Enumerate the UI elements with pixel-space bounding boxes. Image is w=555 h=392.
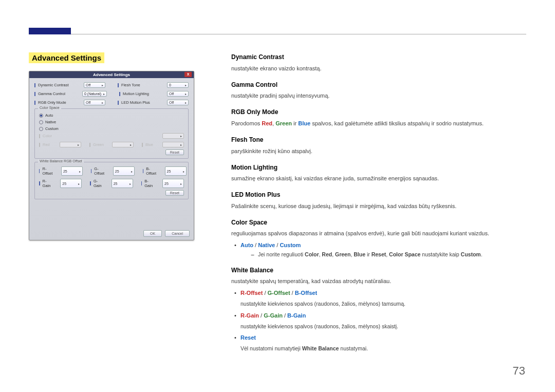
dynamic-contrast-label: Dynamic Contrast — [38, 83, 69, 87]
g-gain-label: G-Gain — [94, 179, 103, 188]
heading-color-space: Color Space — [231, 218, 525, 228]
rgb-only-mode-dropdown[interactable]: Off▸ — [84, 100, 105, 105]
color-dropdown: ▸ — [162, 133, 184, 139]
heading-flesh-tone: Flesh Tone — [231, 135, 525, 145]
dynamic-contrast-dropdown[interactable]: Off▸ — [84, 82, 105, 88]
b-offset-dropdown[interactable]: 25▸ — [165, 166, 187, 176]
desc-dynamic-contrast: nustatykite ekrano vaizdo kontrastą. — [231, 64, 525, 73]
rgb-only-mode-label: RGB Only Mode — [38, 100, 66, 105]
led-motion-plus-label: LED Motion Plus — [121, 100, 150, 105]
red-label: Red — [43, 142, 50, 147]
wb-gain-options: R-Gain / G-Gain / B-Gain — [231, 311, 525, 320]
r-offset-label: R-Offset — [42, 166, 52, 176]
blue-label: Blue — [145, 142, 153, 147]
gamma-control-dropdown[interactable]: 0 (Natural)▸ — [82, 91, 107, 97]
section-title: Advanced Settings — [29, 52, 104, 63]
heading-white-balance: White Balance — [231, 266, 525, 275]
blue-dropdown: ▸ — [162, 142, 184, 147]
heading-rgb-only: RGB Only Mode — [231, 107, 525, 117]
color-space-reset-button[interactable]: Reset — [165, 150, 184, 155]
color-space-custom-note: Jei norite reguliuoti Color, Red, Green,… — [240, 250, 525, 258]
flesh-tone-label: Flesh Tone — [121, 83, 140, 87]
wb-offset-options: R-Offset / G-Offset / B-Offset — [231, 289, 525, 297]
desc-motion-lighting: sumažinę ekrano skaistį, kai vaizdas ekr… — [231, 174, 525, 183]
b-gain-label: B-Gain — [144, 179, 154, 188]
green-dropdown: ▸ — [112, 142, 134, 147]
dialog-title: Advanced Settings X — [29, 71, 194, 78]
led-motion-plus-dropdown[interactable]: Off▸ — [167, 100, 189, 105]
wb-reset-desc: Vėl nustatomi numatytieji White Balance … — [240, 344, 525, 352]
content-column: Dynamic Contrast nustatykite ekrano vaiz… — [231, 51, 525, 356]
b-offset-label: B-Offset — [146, 166, 156, 176]
desc-led-motion-plus: Pašalinkite scenų, kuriose daug judesių,… — [231, 202, 525, 211]
desc-flesh-tone: paryškinkite rožinį kūno atspalvį. — [231, 147, 525, 156]
motion-lighting-dropdown[interactable]: Off▸ — [167, 91, 189, 97]
g-offset-label: G-Offset — [94, 166, 104, 176]
g-gain-dropdown[interactable]: 25▸ — [112, 179, 133, 188]
wb-reset-option: Reset — [231, 333, 525, 342]
desc-color-space: reguliuojamas spalvos diapazonas ir atma… — [231, 229, 525, 238]
heading-led-motion-plus: LED Motion Plus — [231, 190, 525, 200]
b-gain-dropdown[interactable]: 25▸ — [162, 179, 184, 188]
wb-offset-desc: nustatykite kiekvienos spalvos (raudonos… — [240, 300, 525, 308]
radio-custom[interactable]: Custom — [39, 126, 184, 131]
desc-white-balance: nustatykite spalvų temperatūrą, kad vaiz… — [231, 277, 525, 286]
dialog-title-text: Advanced Settings — [93, 72, 130, 77]
desc-gamma: nustatykite pradinį spalvų intensyvumą. — [231, 91, 525, 100]
color-space-legend: Color Space — [38, 106, 61, 109]
ok-button[interactable]: OK — [143, 230, 162, 237]
color-label: Color — [43, 134, 52, 138]
red-dropdown: ▸ — [60, 142, 81, 147]
heading-dynamic-contrast: Dynamic Contrast — [231, 52, 525, 62]
color-space-group: Color Space Auto Native Custom Color ▸ R… — [34, 108, 189, 159]
r-gain-label: R-Gain — [43, 179, 52, 188]
r-gain-dropdown[interactable]: 25▸ — [60, 179, 82, 188]
green-label: Green — [93, 142, 104, 147]
page-divider — [29, 34, 526, 34]
heading-gamma: Gamma Control — [231, 80, 525, 90]
close-icon[interactable]: X — [184, 72, 192, 77]
motion-lighting-label: Motion Lighting — [123, 91, 149, 96]
radio-auto[interactable]: Auto — [39, 113, 184, 118]
desc-rgb-only: Parodomos Red, Green ir Blue spalvos, ka… — [231, 119, 525, 128]
color-space-options: Auto / Native / Custom Jei norite reguli… — [231, 241, 525, 258]
r-offset-dropdown[interactable]: 25▸ — [61, 166, 83, 176]
cancel-button[interactable]: Cancel — [165, 230, 190, 237]
heading-motion-lighting: Motion Lighting — [231, 163, 525, 173]
white-balance-group: White Balance RGB Offset R-Offset 25▸ G-… — [34, 162, 189, 199]
advanced-settings-dialog: Advanced Settings X Dynamic Contrast Off… — [29, 71, 194, 240]
wb-gain-desc: nustatykite kiekvienos spalvos (raudonos… — [240, 322, 525, 330]
page-number: 73 — [513, 364, 525, 378]
wb-reset-button[interactable]: Reset — [165, 190, 184, 196]
gamma-control-label: Gamma Control — [38, 91, 65, 96]
white-balance-legend: White Balance RGB Offset — [38, 159, 84, 163]
flesh-tone-dropdown[interactable]: 0▸ — [167, 82, 189, 88]
page-accent-tab — [29, 28, 71, 34]
g-offset-dropdown[interactable]: 25▸ — [113, 166, 135, 176]
radio-native[interactable]: Native — [39, 120, 184, 124]
